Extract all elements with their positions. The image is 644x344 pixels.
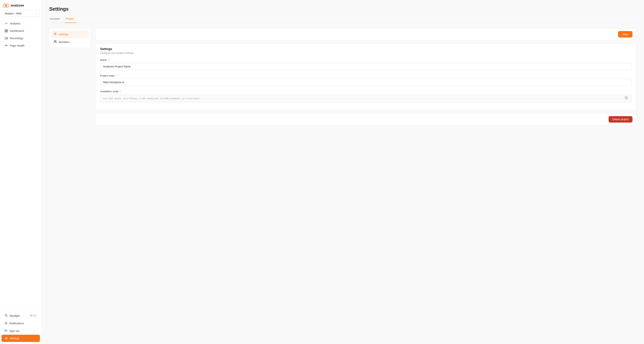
bottom-action-card: Delete project: [96, 113, 636, 125]
sidebar-item-recordings[interactable]: Recordings: [2, 35, 40, 42]
spotlight-icon: [4, 314, 8, 317]
logo-container: analyzee: [0, 0, 42, 10]
sidebar-item-spotlight-label: Spotlight: [10, 314, 20, 317]
sidebar-item-signout-label: Sign out: [10, 329, 19, 332]
sidebar-item-recordings-label: Recordings: [10, 37, 23, 40]
origin-label: Project origin ⓘ: [100, 74, 632, 77]
sidebar-item-dashboards-label: Dashboards: [10, 29, 24, 32]
sidebar-item-settings-label: Settings: [10, 337, 20, 340]
spotlight-shortcut: ⌘ + K: [29, 314, 37, 317]
left-panel-members-label: Members: [59, 41, 70, 44]
settings-card-subtitle: Configure your project settings.: [100, 52, 632, 54]
left-panel-settings[interactable]: Settings: [51, 30, 89, 38]
sidebar-item-analytics[interactable]: Analytics: [2, 20, 40, 27]
sidebar-item-analytics-label: Analytics: [10, 22, 20, 25]
script-value: <script async src="https://cdn.analyzee.…: [103, 97, 200, 100]
svg-point-11: [55, 33, 56, 34]
card-top-bar: Save: [96, 29, 636, 40]
svg-point-12: [54, 41, 55, 42]
signout-icon: [4, 329, 8, 333]
sidebar-item-pagehealth-label: Page Health: [10, 44, 24, 47]
save-button[interactable]: Save: [618, 31, 632, 38]
svg-rect-6: [5, 37, 7, 39]
origin-form-group: Project origin ⓘ: [100, 74, 632, 86]
analytics-icon: [4, 22, 8, 25]
card-bottom-bar: Delete project: [96, 114, 636, 125]
sidebar-item-pagehealth[interactable]: Page Health: [2, 42, 40, 49]
copy-script-button[interactable]: [624, 96, 629, 100]
content-layout: Settings Members Save Settings Configure…: [49, 28, 636, 125]
svg-point-13: [56, 41, 56, 41]
script-form-group: Installation script ⓘ <script async src=…: [100, 90, 632, 103]
project-name: Jaspero - Web: [4, 12, 22, 15]
name-info-icon: ⓘ: [108, 58, 110, 62]
left-panel-settings-label: Settings: [59, 33, 68, 36]
sidebar-item-settings[interactable]: Settings: [2, 335, 40, 342]
top-action-card: Save: [96, 28, 636, 40]
sidebar-item-dashboards[interactable]: Dashboards: [2, 27, 40, 35]
chevron-down-icon: ⌄: [35, 12, 37, 15]
sidebar-nav: Analytics Dashboards Recordings Page Hea…: [0, 19, 42, 310]
sidebar-item-notifications[interactable]: Notifications: [2, 319, 40, 327]
svg-point-10: [6, 338, 7, 339]
settings-card: Settings Configure your project settings…: [96, 43, 636, 110]
tabs-container: Account Project: [49, 16, 636, 23]
logo-text: analyzee: [10, 4, 24, 8]
name-label: Name ⓘ: [100, 58, 632, 62]
left-panel-members-icon: [54, 40, 57, 44]
name-form-group: Name ⓘ: [100, 58, 632, 70]
sidebar-item-signout[interactable]: Sign out: [2, 327, 40, 334]
recordings-icon: [4, 37, 8, 40]
sidebar: analyzee Jaspero - Web ⌄ Analytics Dashb…: [0, 0, 42, 344]
sidebar-item-notifications-label: Notifications: [10, 322, 24, 325]
svg-rect-3: [6, 30, 8, 31]
left-panel-members[interactable]: Members: [51, 38, 89, 46]
sidebar-item-spotlight[interactable]: Spotlight ⌘ + K: [2, 312, 40, 319]
left-panel-settings-icon: [54, 32, 57, 36]
sidebar-bottom: Spotlight ⌘ + K Notifications Sign out S…: [0, 310, 42, 344]
origin-input[interactable]: [100, 79, 632, 86]
svg-rect-5: [6, 31, 8, 32]
notifications-icon: [4, 321, 8, 325]
svg-rect-2: [5, 30, 6, 31]
main-content: Settings Account Project Settings Member…: [42, 0, 644, 344]
pagehealth-icon: [4, 44, 8, 47]
script-label: Installation script ⓘ: [100, 90, 632, 93]
svg-rect-4: [5, 31, 6, 32]
script-info-icon: ⓘ: [120, 90, 122, 93]
svg-rect-14: [626, 97, 628, 99]
tab-account[interactable]: Account: [49, 16, 63, 23]
origin-info-icon: ⓘ: [116, 74, 118, 77]
analyzee-logo-icon: [3, 4, 9, 8]
page-title: Settings: [49, 6, 636, 12]
dashboards-icon: [4, 29, 8, 33]
name-input[interactable]: [100, 63, 632, 70]
settings-icon: [4, 336, 8, 340]
delete-project-button[interactable]: Delete project: [608, 116, 632, 123]
project-selector[interactable]: Jaspero - Web ⌄: [2, 10, 40, 17]
svg-line-8: [7, 316, 8, 317]
right-panel: Save Settings Configure your project set…: [96, 28, 636, 125]
left-panel: Settings Members: [49, 28, 91, 48]
tab-project[interactable]: Project: [65, 16, 77, 23]
settings-card-title: Settings: [100, 47, 632, 51]
script-display: <script async src="https://cdn.analyzee.…: [100, 94, 632, 103]
